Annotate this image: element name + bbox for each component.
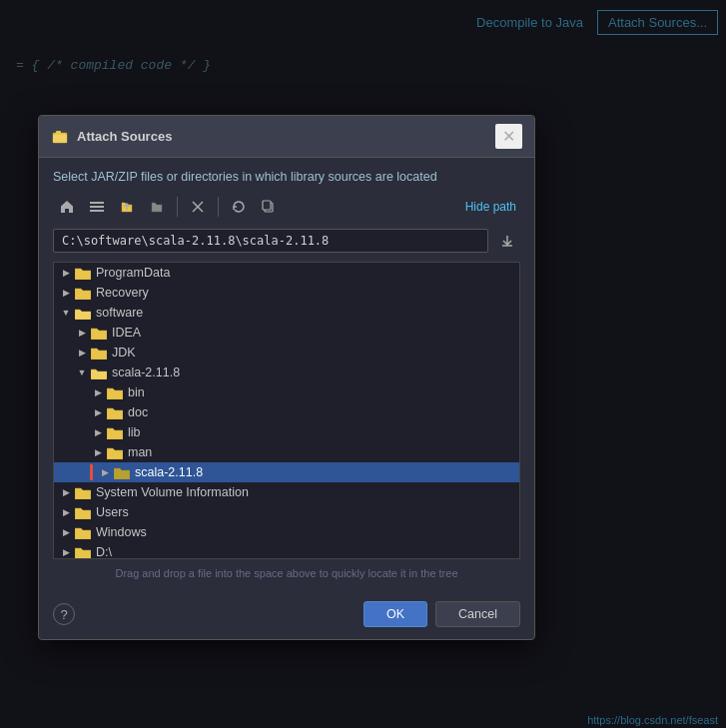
dialog-footer: ? OK Cancel: [39, 601, 534, 639]
expand-arrow-doc: ▶: [90, 404, 106, 420]
list-view-button[interactable]: [83, 194, 111, 220]
folder-icon-jdk: [90, 346, 108, 360]
tree-label-lib: lib: [128, 425, 141, 439]
tree-label-man: man: [128, 445, 152, 459]
refresh-button[interactable]: [225, 194, 253, 220]
tree-label-programdata: ProgramData: [96, 266, 170, 280]
tree-item-programdata[interactable]: ▶ ProgramData: [54, 263, 519, 283]
expand-arrow-idea: ▶: [74, 325, 90, 341]
new-folder-button[interactable]: [143, 194, 171, 220]
copy-button[interactable]: [255, 194, 283, 220]
svg-rect-4: [90, 206, 104, 208]
tree-label-scala-selected: scala-2.11.8: [135, 465, 203, 479]
tree-label-d-drive: D:\: [96, 545, 112, 559]
tree-item-doc[interactable]: ▶ doc: [54, 402, 519, 422]
file-tree[interactable]: ▶ ProgramData ▶ Recovery ▼: [53, 262, 520, 559]
expand-arrow-users: ▶: [58, 504, 74, 520]
hide-path-button[interactable]: Hide path: [461, 198, 520, 216]
svg-rect-3: [90, 202, 104, 204]
svg-rect-5: [90, 210, 104, 212]
toolbar-separator-1: [177, 197, 178, 217]
tree-item-idea[interactable]: ▶ IDEA: [54, 323, 519, 343]
tree-label-windows: Windows: [96, 525, 147, 539]
tree-label-system-volume: System Volume Information: [96, 485, 249, 499]
tree-item-lib[interactable]: ▶ lib: [54, 422, 519, 442]
delete-button[interactable]: [184, 194, 212, 220]
help-button[interactable]: ?: [53, 603, 75, 625]
tree-item-scala-selected[interactable]: ▶ scala-2.11.8: [54, 462, 519, 482]
tree-item-d-drive[interactable]: ▶ D:\: [54, 542, 519, 559]
tree-label-recovery: Recovery: [96, 286, 149, 300]
tree-item-system-volume[interactable]: ▶ System Volume Information: [54, 482, 519, 502]
path-download-button[interactable]: [494, 228, 520, 254]
dialog-titlebar: Attach Sources ✕: [39, 116, 534, 158]
tree-label-bin: bin: [128, 385, 145, 399]
tree-item-scala-parent[interactable]: ▼ scala-2.11.8: [54, 363, 519, 382]
folder-icon-lib: [106, 425, 124, 439]
dialog-body: Select JAR/ZIP files or directories in w…: [39, 158, 534, 601]
expand-arrow-lib: ▶: [90, 424, 106, 440]
svg-rect-9: [263, 201, 271, 210]
svg-rect-2: [56, 131, 61, 134]
expand-arrow-recovery: ▶: [58, 285, 74, 301]
expand-arrow-jdk: ▶: [74, 345, 90, 361]
svg-rect-1: [53, 135, 67, 143]
red-indicator: [90, 464, 93, 480]
expand-arrow-system-volume: ▶: [58, 484, 74, 500]
tree-label-jdk: JDK: [112, 346, 136, 360]
folder-icon-doc: [106, 405, 124, 419]
expand-arrow-software: ▼: [58, 305, 74, 321]
folder-icon-recovery: [74, 286, 92, 300]
folder-icon-scala-selected: [113, 465, 131, 479]
expand-arrow-bin: ▶: [90, 384, 106, 400]
expand-arrow-scala-selected: ▶: [97, 464, 113, 480]
cancel-button[interactable]: Cancel: [435, 601, 520, 627]
tree-label-scala-parent: scala-2.11.8: [112, 365, 180, 379]
folder-icon-programdata: [74, 266, 92, 280]
dialog-title-text: Attach Sources: [77, 129, 495, 144]
folder-icon-idea: [90, 326, 108, 340]
ok-button[interactable]: OK: [363, 601, 427, 627]
dialog-close-button[interactable]: ✕: [495, 124, 522, 149]
toolbar-separator-2: [218, 197, 219, 217]
path-input[interactable]: [53, 229, 488, 253]
folder-icon-users: [74, 505, 92, 519]
dialog-description: Select JAR/ZIP files or directories in w…: [53, 170, 520, 184]
folder-icon-man: [106, 445, 124, 459]
expand-arrow-windows: ▶: [58, 524, 74, 540]
folder-icon-d-drive: [74, 545, 92, 559]
tree-label-idea: IDEA: [112, 326, 141, 340]
file-toolbar: Hide path: [53, 194, 520, 220]
folder-icon-scala-parent: [90, 365, 108, 379]
path-row: [53, 228, 520, 254]
expand-arrow-programdata: ▶: [58, 265, 74, 281]
folder-icon-bin: [106, 385, 124, 399]
tree-item-bin[interactable]: ▶ bin: [54, 382, 519, 402]
tree-item-man[interactable]: ▶ man: [54, 442, 519, 462]
expand-arrow-d-drive: ▶: [58, 544, 74, 559]
tree-item-windows[interactable]: ▶ Windows: [54, 522, 519, 542]
folder-icon-software: [74, 306, 92, 320]
home-button[interactable]: [53, 194, 81, 220]
expand-arrow-man: ▶: [90, 444, 106, 460]
tree-label-software: software: [96, 306, 143, 320]
tree-item-recovery[interactable]: ▶ Recovery: [54, 283, 519, 303]
tree-label-users: Users: [96, 505, 129, 519]
tree-item-users[interactable]: ▶ Users: [54, 502, 519, 522]
expand-arrow-scala-parent: ▼: [74, 364, 90, 380]
dialog-icon: [51, 128, 69, 146]
folder-icon-system-volume: [74, 485, 92, 499]
tree-item-software[interactable]: ▼ software: [54, 303, 519, 323]
folder-icon-windows: [74, 525, 92, 539]
tree-item-jdk[interactable]: ▶ JDK: [54, 343, 519, 363]
drag-hint-text: Drag and drop a file into the space abov…: [53, 567, 520, 579]
folder-up-button[interactable]: [113, 194, 141, 220]
tree-label-doc: doc: [128, 405, 148, 419]
attach-sources-dialog: Attach Sources ✕ Select JAR/ZIP files or…: [38, 115, 535, 640]
